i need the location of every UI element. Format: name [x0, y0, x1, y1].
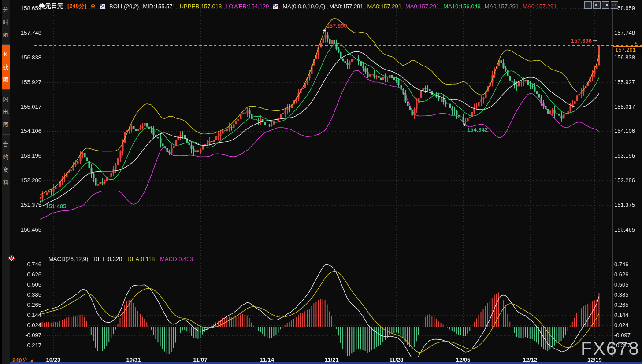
price-axis-label-left: 153.196 [12, 152, 41, 159]
symbol-title: 美元日元 [39, 2, 63, 10]
price-axis-label-right: 158.659 [614, 5, 642, 11]
sidebar-item-contract-info[interactable]: 合约资料 [2, 135, 10, 192]
price-axis-label-left: 154.106 [12, 128, 41, 134]
macd-axis-label-right: 0.626 [614, 271, 642, 278]
price-axis-label-left: 156.838 [12, 54, 41, 61]
swing-low-label: 154.342 [467, 126, 488, 133]
period-high-cross-marker: + [323, 27, 326, 34]
scale-left-icon[interactable]: ⇤ [593, 1, 601, 9]
price-axis-label-right: 150.465 [614, 226, 642, 233]
macd-value: MACD:0.403 [160, 256, 193, 262]
ma-value-2: MA0:157.291 [405, 3, 439, 10]
macd-dea-value: DEA:0.118 [127, 256, 155, 262]
start-low-label: 151.485 [46, 203, 67, 210]
macd-axis-label-left: 0.626 [12, 271, 41, 278]
sidebar: 分时图 K线图 闪电图 合约资料 [0, 0, 10, 364]
boll-lower-value: LOWER:154.129 [226, 3, 269, 10]
swing-low-cross-marker: + [463, 121, 466, 128]
chart-canvas[interactable] [0, 0, 642, 364]
price-axis-label-left: 155.927 [12, 79, 41, 85]
macd-axis-label-left: -0.097 [12, 332, 41, 338]
price-axis-label-right: 153.196 [614, 152, 642, 159]
ma-value-3: MA10:156.049 [443, 3, 481, 10]
macd-header: MACD(26,12,9) DIFF:0.320 DEA:0.118 MACD:… [48, 256, 193, 262]
macd-axis-label-right: 0.265 [614, 301, 642, 308]
sidebar-item-kline-chart[interactable]: K线图 [2, 45, 10, 90]
sidebar-item-lightning-chart[interactable]: 闪电图 [2, 90, 10, 135]
macd-axis-label-right: 0.505 [614, 281, 642, 288]
macd-axis-label-right: 0.746 [614, 261, 642, 268]
boll-indicator-icon[interactable] [100, 4, 105, 9]
bottom-blue-bar [10, 362, 642, 364]
price-axis-label-left: 158.659 [12, 5, 41, 11]
price-axis-label-right: 155.927 [614, 79, 642, 85]
macd-axis-label-right: -0.097 [614, 332, 642, 338]
ma-value-5: MA0:157.291 [523, 3, 557, 10]
ma-value-0: MA0:157.291 [329, 3, 363, 10]
ma-indicator-icon[interactable] [273, 4, 278, 9]
price-axis-label-left: 152.286 [12, 177, 41, 184]
ma-value-4: MA0:157.291 [485, 3, 519, 10]
trading-chart-window: 158.659158.659157.748157.748156.838156.8… [0, 0, 642, 364]
macd-axis-label-left: 0.265 [12, 301, 41, 308]
scroll-to-latest-icon[interactable]: ▲ [634, 40, 638, 45]
interval-tag[interactable]: [240分] [67, 2, 86, 10]
macd-axis-label-left: 0.385 [12, 291, 41, 298]
boll-label: BOLL(20,2) [109, 3, 139, 10]
macd-axis-label-left: 0.144 [12, 312, 41, 318]
alert-dot-icon[interactable] [8, 255, 15, 261]
macd-axis-label-right: 0.024 [614, 322, 642, 328]
sidebar-item-time-chart[interactable]: 分时图 [2, 0, 10, 45]
price-axis-label-right: 154.106 [614, 128, 642, 134]
chart-header: 美元日元 [240分] ⊖ BOLL(20,2) MID:155.571 UPP… [39, 2, 557, 10]
macd-label: MACD(26,12,9) [48, 256, 88, 262]
collapse-icon[interactable]: ⊖ [90, 3, 96, 10]
macd-axis-label-left: 0.024 [12, 322, 41, 328]
price-axis-label-right: 152.286 [614, 177, 642, 184]
current-price-tag: 157.291 [613, 46, 642, 54]
macd-axis-label-left: 0.505 [12, 281, 41, 288]
price-axis-label-right: 151.375 [614, 202, 642, 208]
price-axis-label-right: 155.017 [614, 103, 642, 110]
ma-value-1: MA0:157.291 [367, 3, 401, 10]
ma-label: MA(0,0,0,10,0,0) [282, 3, 325, 10]
price-axis-label-left: 155.017 [12, 103, 41, 110]
price-axis-label-right: 156.838 [614, 54, 642, 61]
price-axis-label-left: 150.465 [12, 226, 41, 233]
period-high-label: 157.890 [327, 22, 347, 29]
scale-right-icon[interactable]: ⇥ [602, 1, 609, 9]
price-axis-label-right: 157.748 [614, 29, 642, 36]
macd-axis-label-left: -0.217 [12, 342, 41, 349]
macd-axis-label-left: 0.746 [12, 261, 41, 268]
boll-upper-value: UPPER:157.013 [180, 3, 222, 10]
mouse-cursor-icon: → [591, 36, 598, 43]
shift-right-icon[interactable]: ↦ [611, 1, 618, 9]
macd-axis-label-right: 0.144 [614, 312, 642, 318]
start-low-cross-marker: + [39, 199, 43, 205]
fx678-watermark: FX678 [581, 338, 640, 359]
price-axis-label-left: 151.375 [12, 202, 41, 208]
price-axis-label-left: 157.748 [12, 29, 41, 36]
chart-toolbar: + ⇤ ⇥ ↦ [584, 1, 618, 9]
pan-crosshair-icon[interactable]: + [584, 1, 592, 9]
cursor-price-label: 157.396 [571, 37, 592, 44]
macd-axis-label-right: 0.385 [614, 291, 642, 298]
macd-diff-value: DIFF:0.320 [93, 256, 122, 262]
boll-mid-value: MID:155.571 [143, 3, 175, 10]
